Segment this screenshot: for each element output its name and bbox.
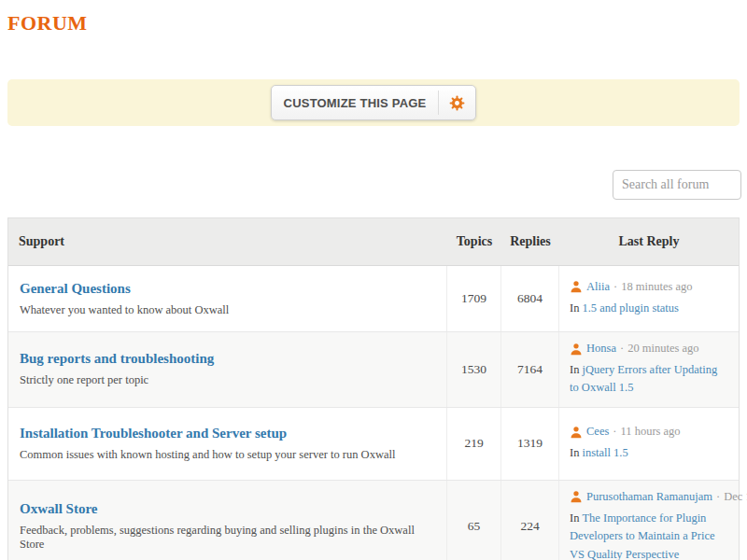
page-title: FORUM	[7, 11, 88, 35]
forum-search-input[interactable]	[613, 170, 741, 200]
forum-page: FORUM CUSTOMIZE THIS PAGE	[0, 0, 747, 560]
last-reply-time: 20 minutes ago	[627, 342, 698, 356]
in-label: In	[570, 511, 579, 525]
support-cell: General Questions Whatever you wanted to…	[8, 266, 447, 331]
gear-icon	[439, 94, 475, 112]
header-last-reply: Last Reply	[559, 234, 739, 249]
forum-row: Oxwall Store Feedback, problems, suggest…	[8, 480, 739, 560]
in-label: In	[570, 363, 579, 376]
header-replies: Replies	[501, 234, 559, 249]
last-reply-user-link[interactable]: Cees	[586, 425, 609, 439]
forum-table: Support Topics Replies Last Reply Genera…	[7, 217, 740, 560]
header-support: Support	[8, 234, 447, 249]
forum-link[interactable]: Installation Troubleshooter and Server s…	[20, 426, 435, 441]
forum-row: Bug reports and troubleshooting Strictly…	[8, 331, 739, 407]
forum-description: Common issues with known hosting and how…	[20, 448, 435, 462]
last-reply-cell: Purusothaman Ramanujam · Dec 16 InThe Im…	[559, 481, 739, 560]
header-topics: Topics	[447, 234, 501, 249]
support-cell: Installation Troubleshooter and Server s…	[8, 408, 447, 480]
forum-description: Strictly one report per topic	[20, 373, 435, 387]
replies-count: 6804	[501, 266, 559, 331]
user-icon	[570, 343, 583, 356]
last-reply-user-link[interactable]: Purusothaman Ramanujam	[586, 490, 712, 504]
last-reply-cell: Honsa · 20 minutes ago InjQuery Errors a…	[559, 332, 739, 407]
last-reply-user-link[interactable]: Aliia	[586, 280, 610, 294]
forum-description: Feedback, problems, suggestions regardin…	[20, 524, 435, 552]
last-reply-cell: Aliia · 18 minutes ago In1.5 and plugin …	[559, 266, 739, 331]
replies-count: 1319	[501, 408, 559, 480]
topics-count: 219	[447, 408, 501, 480]
separator: ·	[613, 280, 617, 294]
forum-link[interactable]: Bug reports and troubleshooting	[20, 351, 435, 367]
separator: ·	[620, 342, 624, 356]
replies-count: 224	[501, 481, 559, 560]
last-reply-topic-link[interactable]: 1.5 and plugin status	[582, 301, 678, 315]
last-reply-topic-link[interactable]: jQuery Errors after Updating to Oxwall 1…	[570, 363, 717, 394]
last-reply-time: Dec 16	[724, 490, 747, 504]
user-icon	[570, 490, 583, 503]
last-reply-cell: Cees · 11 hours ago Ininstall 1.5	[559, 408, 739, 480]
last-reply-time: 18 minutes ago	[621, 280, 692, 294]
topics-count: 65	[447, 481, 501, 560]
topics-count: 1530	[447, 332, 501, 407]
forum-row: Installation Troubleshooter and Server s…	[8, 407, 739, 480]
last-reply-topic-link[interactable]: install 1.5	[582, 446, 627, 459]
customize-page-button[interactable]: CUSTOMIZE THIS PAGE	[271, 85, 477, 120]
support-cell: Oxwall Store Feedback, problems, suggest…	[8, 481, 447, 560]
in-label: In	[570, 446, 579, 459]
last-reply-user-link[interactable]: Honsa	[586, 342, 616, 356]
separator: ·	[716, 490, 720, 504]
customize-page-button-label: CUSTOMIZE THIS PAGE	[272, 96, 439, 110]
user-icon	[570, 280, 583, 293]
forum-description: Whatever you wanted to know about Oxwall	[20, 303, 435, 317]
separator: ·	[613, 425, 616, 439]
forum-link[interactable]: Oxwall Store	[20, 501, 435, 517]
replies-count: 7164	[501, 332, 559, 407]
in-label: In	[570, 301, 579, 315]
user-icon	[570, 426, 583, 439]
topics-count: 1709	[447, 266, 501, 331]
support-cell: Bug reports and troubleshooting Strictly…	[8, 332, 447, 407]
table-header-row: Support Topics Replies Last Reply	[8, 218, 739, 266]
forum-link[interactable]: General Questions	[20, 281, 435, 297]
forum-row: General Questions Whatever you wanted to…	[8, 266, 739, 331]
last-reply-topic-link[interactable]: The Importance for Plugin Developers to …	[570, 511, 715, 560]
customize-banner: CUSTOMIZE THIS PAGE	[7, 79, 740, 126]
last-reply-time: 11 hours ago	[620, 425, 680, 439]
